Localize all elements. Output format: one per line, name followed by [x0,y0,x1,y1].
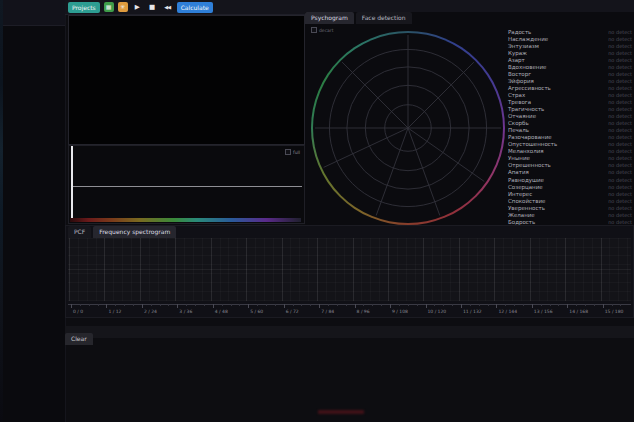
axis-minor-tick [620,304,621,306]
tab-frequency-spectrogram[interactable]: Frequency spectrogram [93,226,176,238]
emotion-list: Радостьno detectНаслаждениеno detectЭнту… [508,28,632,226]
emotion-row: Наслаждениеno detect [508,35,632,42]
axis-minor-tick [151,304,152,306]
rewind-icon[interactable]: ◀◀ [162,2,173,12]
emotion-value: no detect [608,219,632,225]
spectrogram-axis: 0 / 01 / 122 / 243 / 364 / 485 / 606 / 7… [68,301,631,318]
axis-minor-tick [399,304,400,306]
axis-minor-tick [168,304,169,306]
emotion-row: Спокойствиеno detect [508,197,632,204]
emotion-name: Кураж [508,50,527,56]
emotion-row: Агрессивностьno detect [508,84,632,91]
axis-tick-label: 12 / 144 [498,309,517,314]
emotion-row: Трагичностьno detect [508,106,632,113]
calculate-button[interactable]: Calculate [177,2,213,13]
axis-tick-label: 4 / 48 [215,309,228,314]
axis-tick-label: 0 / 0 [73,309,83,314]
emotion-value: no detect [608,127,632,133]
axis-minor-tick [408,304,409,306]
emotion-row: Интересno detect [508,190,632,197]
emotion-value: no detect [608,92,632,98]
emotion-row: Желаниеno detect [508,211,632,218]
axis-minor-tick [479,304,480,306]
axis-minor-tick [266,304,267,306]
emotion-value: no detect [608,148,632,154]
emotion-value: no detect [608,162,632,168]
projects-button[interactable]: Projects [68,2,100,13]
axis-minor-tick [443,304,444,306]
settings-icon[interactable]: ✳ [118,2,128,12]
psychogram-panel: Psychogram Face detection decart [305,12,634,225]
emotion-value: no detect [608,155,632,161]
emotion-name: Разочарование [508,134,552,140]
axis-minor-tick [576,304,577,306]
emotion-value: no detect [608,141,632,147]
play-icon[interactable]: ▶ [132,2,143,12]
axis-minor-tick [550,304,551,306]
full-checkbox[interactable] [285,149,291,155]
axis-minor-tick [434,304,435,306]
axis-major-tick [496,304,497,308]
axis-minor-tick [381,304,382,306]
image-icon[interactable]: ▦ [104,2,114,12]
emotion-name: Интерес [508,191,532,197]
axis-minor-tick [160,304,161,306]
axis-minor-tick [115,304,116,306]
edge-scroll-strip [0,0,3,422]
axis-major-tick [603,304,604,308]
emotion-row: Уныниеno detect [508,155,632,162]
emotion-value: no detect [608,99,632,105]
axis-major-tick [567,304,568,308]
emotion-name: Скорбь [508,120,529,126]
clear-button[interactable]: Clear [65,333,93,345]
stop-icon[interactable]: ■ [147,2,158,12]
axis-tick-label: 2 / 24 [144,309,157,314]
tab-face-detection[interactable]: Face detection [356,12,412,24]
full-checkbox-row[interactable]: full [285,149,300,155]
sidebar-header [0,0,65,26]
tab-pcf[interactable]: PCF [68,226,91,238]
status-artifact [318,410,364,414]
tab-psychogram[interactable]: Psychogram [305,12,354,24]
emotion-value: no detect [608,50,632,56]
axis-minor-tick [310,304,311,306]
axis-minor-tick [133,304,134,306]
psychogram-chart [311,31,505,225]
playhead-cursor[interactable] [71,146,73,221]
emotion-name: Азарт [508,57,525,63]
axis-tick-label: 9 / 108 [392,309,408,314]
axis-major-tick [106,304,107,308]
emotion-row: Разочарованиеno detect [508,134,632,141]
emotion-row: Скорбьno detect [508,120,632,127]
emotion-value: no detect [608,134,632,140]
axis-minor-tick [417,304,418,306]
emotion-name: Уныние [508,155,530,161]
axis-minor-tick [470,304,471,306]
emotion-value: no detect [608,78,632,84]
spectrogram-tabs: PCF Frequency spectrogram [68,226,176,238]
emotion-value: no detect [608,85,632,91]
waveform-panel[interactable]: full [68,145,305,224]
axis-tick-label: 5 / 60 [250,309,263,314]
emotion-name: Меланхолия [508,148,544,154]
axis-tick-label: 1 / 12 [108,309,121,314]
emotion-row: Равнодушиеno detect [508,176,632,183]
emotion-row: Апатияno detect [508,169,632,176]
app-window: Projects ▦ ✳ ▶ ■ ◀◀ Calculate full Psych… [0,0,634,422]
axis-minor-tick [452,304,453,306]
emotion-name: Бодрость [508,219,535,225]
emotion-value: no detect [608,177,632,183]
waveform-colorbar [70,218,301,222]
emotion-value: no detect [608,184,632,190]
axis-major-tick [142,304,143,308]
emotion-row: Азартno detect [508,56,632,63]
emotion-name: Созерцание [508,184,543,190]
axis-minor-tick [239,304,240,306]
emotion-name: Эйфория [508,78,534,84]
emotion-name: Трагичность [508,106,544,112]
axis-minor-tick [541,304,542,306]
emotion-row: Эйфорияno detect [508,77,632,84]
axis-minor-tick [204,304,205,306]
axis-minor-tick [488,304,489,306]
axis-tick-label: 3 / 36 [179,309,192,314]
